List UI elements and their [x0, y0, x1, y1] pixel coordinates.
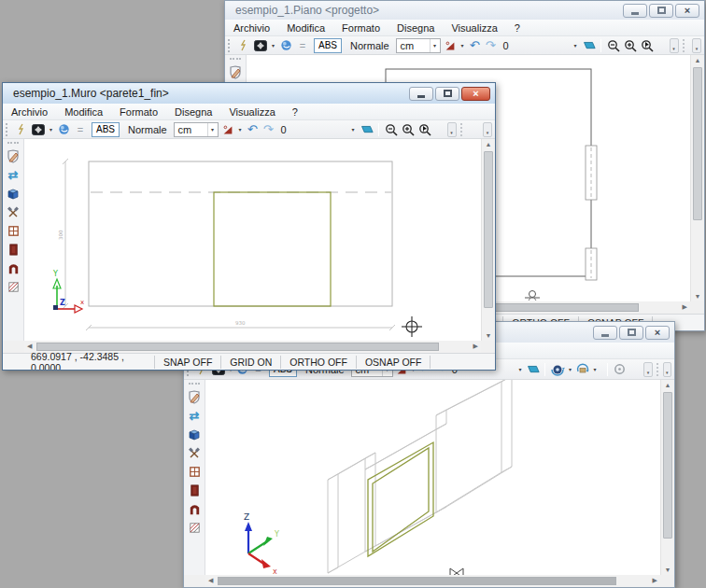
menu-help[interactable]: ?: [284, 106, 306, 118]
grid-toggle[interactable]: GRID ON: [220, 356, 280, 369]
door-icon[interactable]: [186, 482, 204, 499]
menu-visualizza[interactable]: Visualizza: [220, 106, 283, 118]
close-button[interactable]: ×: [645, 326, 670, 340]
window-frame-icon[interactable]: [5, 222, 22, 240]
abs-button[interactable]: ABS: [92, 122, 120, 137]
axonometric-canvas[interactable]: Z Y x: [205, 380, 660, 575]
verify-shield-icon[interactable]: [5, 147, 22, 165]
arch-door-icon[interactable]: [5, 259, 22, 277]
menu-modifica[interactable]: Modifica: [56, 106, 111, 118]
hatch-panel-icon[interactable]: [186, 519, 204, 537]
cube-icon[interactable]: [186, 426, 204, 443]
toolbar-overflow-button[interactable]: ▾: [483, 122, 492, 137]
menu-archivio[interactable]: Archivio: [225, 22, 278, 34]
minimize-button[interactable]: [593, 326, 617, 340]
window-frame-icon[interactable]: [186, 463, 204, 481]
menu-archivio[interactable]: Archivio: [3, 106, 56, 118]
undo-icon[interactable]: ↶: [468, 38, 482, 52]
lightning-icon[interactable]: [14, 122, 29, 137]
window-muro[interactable]: esempio_1.Muro <parete1_fin> × Archivio …: [2, 82, 496, 371]
zoom-window-icon[interactable]: [640, 38, 655, 53]
tools-hammers-icon[interactable]: [5, 203, 22, 221]
unit-select[interactable]: cm▾: [396, 38, 441, 53]
close-button[interactable]: ×: [461, 87, 490, 101]
menu-formato[interactable]: Formato: [111, 106, 166, 118]
layer-diamond-icon[interactable]: [525, 362, 540, 377]
menu-modifica[interactable]: Modifica: [278, 22, 333, 34]
arch-door-icon[interactable]: [186, 500, 204, 518]
cube-icon[interactable]: [5, 185, 22, 203]
zoom-out-icon[interactable]: [384, 122, 399, 137]
chevron-down-icon[interactable]: ▾: [48, 126, 54, 133]
titlebar-muro[interactable]: esempio_1.Muro <parete1_fin> ×: [3, 83, 495, 104]
maximize-button[interactable]: [649, 4, 673, 18]
tools-hammers-icon[interactable]: [186, 444, 204, 462]
menu-help[interactable]: ?: [506, 22, 529, 34]
chevron-down-icon[interactable]: ▾: [350, 126, 357, 133]
maximize-button[interactable]: [435, 87, 459, 101]
wall-elevation-canvas[interactable]: 300 930 Y x Z: [24, 139, 481, 341]
pan-circle-icon[interactable]: [613, 362, 627, 377]
equals-icon[interactable]: =: [73, 122, 88, 137]
minimize-button[interactable]: [409, 87, 433, 101]
menu-formato[interactable]: Formato: [333, 22, 388, 34]
plan-opening[interactable]: [586, 146, 597, 200]
chevron-down-icon[interactable]: ▾: [237, 126, 244, 133]
menu-disegna[interactable]: Disegna: [388, 22, 443, 34]
zoom-extents-icon[interactable]: [401, 122, 416, 137]
toolbar-grip[interactable]: [228, 39, 232, 52]
titlebar-piano[interactable]: esempio_1.Piano <progetto> ×: [225, 1, 704, 20]
snap-toggle[interactable]: SNAP OFF: [154, 356, 220, 369]
hatch-panel-icon[interactable]: [5, 278, 22, 296]
window-frame-3d[interactable]: [368, 442, 433, 556]
toolbar-overflow-button[interactable]: ▾: [643, 362, 652, 377]
crosshair-target-icon[interactable]: [31, 122, 46, 137]
sync-arrows-icon[interactable]: ⇄: [186, 407, 204, 425]
horizontal-scrollbar[interactable]: ◀ ▶: [24, 341, 481, 353]
vertical-scrollbar[interactable]: ▲ ▼: [660, 380, 674, 575]
abs-button[interactable]: ABS: [314, 38, 342, 53]
menu-disegna[interactable]: Disegna: [166, 106, 220, 118]
verify-shield-icon[interactable]: [186, 388, 204, 406]
chevron-down-icon[interactable]: ▾: [592, 366, 598, 372]
toolbar-grip[interactable]: [6, 123, 9, 136]
snap-sphere-icon[interactable]: [278, 38, 293, 53]
layer-diamond-icon[interactable]: [581, 38, 596, 53]
menu-visualizza[interactable]: Visualizza: [443, 22, 505, 34]
horizontal-scrollbar[interactable]: ◀ ▶: [205, 575, 660, 587]
redo-icon[interactable]: ↷: [261, 122, 275, 136]
chevron-down-icon[interactable]: ▾: [517, 366, 523, 372]
unit-select[interactable]: cm▾: [174, 122, 219, 137]
minimize-button[interactable]: [623, 4, 647, 18]
equals-icon[interactable]: =: [295, 38, 310, 53]
redo-icon[interactable]: ↷: [484, 38, 498, 52]
maximize-button[interactable]: [619, 326, 643, 340]
verify-shield-icon[interactable]: [227, 63, 245, 81]
layer-diamond-icon[interactable]: [359, 122, 374, 137]
chevron-down-icon[interactable]: ▾: [567, 366, 572, 372]
toolbar-overflow-button[interactable]: ▾: [663, 362, 671, 377]
toolbar-overflow-button[interactable]: ▾: [447, 122, 457, 137]
chevron-down-icon[interactable]: ▾: [572, 42, 579, 49]
orbit-3d-icon[interactable]: [550, 362, 565, 377]
door-icon[interactable]: [5, 241, 22, 259]
angle-icon[interactable]: [220, 122, 235, 137]
window-rect-selected[interactable]: [214, 192, 331, 306]
lightning-icon[interactable]: [236, 38, 251, 53]
zoom-window-icon[interactable]: [417, 122, 432, 137]
toolbar-overflow-button[interactable]: ▾: [670, 38, 679, 53]
chevron-down-icon[interactable]: ▾: [459, 42, 466, 49]
undo-icon[interactable]: ↶: [246, 122, 260, 136]
osnap-toggle[interactable]: OSNAP OFF: [356, 356, 430, 369]
angle-icon[interactable]: [443, 38, 458, 53]
chevron-down-icon[interactable]: ▾: [270, 42, 276, 49]
sync-arrows-icon[interactable]: ⇄: [5, 166, 22, 184]
ortho-toggle[interactable]: ORTHO OFF: [280, 356, 356, 369]
toolbar-overflow-button[interactable]: ▾: [692, 38, 701, 53]
snap-sphere-icon[interactable]: [56, 122, 71, 137]
zoom-out-icon[interactable]: [606, 38, 621, 53]
vertical-scrollbar[interactable]: ▲ ▼: [481, 139, 495, 341]
zoom-extents-icon[interactable]: [623, 38, 638, 53]
rotate-view-icon[interactable]: [575, 362, 590, 377]
vertical-scrollbar[interactable]: ▲ ▼: [690, 55, 704, 301]
